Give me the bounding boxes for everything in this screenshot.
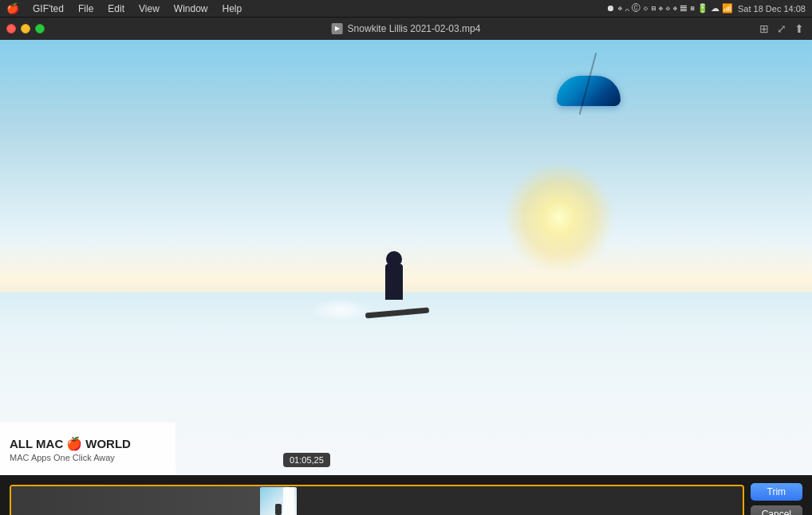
maximize-button[interactable] <box>35 24 45 33</box>
close-button[interactable] <box>6 24 16 33</box>
rider <box>373 248 421 320</box>
timeline-filled <box>11 486 289 515</box>
watermark-tagline: MAC Apps One Click Away <box>10 453 166 462</box>
timeline-track[interactable] <box>10 485 744 515</box>
timestamp-display: 01:05,25 <box>283 453 330 467</box>
thumb-rider-icon <box>275 504 282 515</box>
watermark-all: ALL MAC <box>10 437 63 450</box>
trim-button[interactable]: Trim <box>751 483 802 501</box>
file-icon: ▶ <box>332 23 343 34</box>
menu-gifted[interactable]: GIF'ted <box>27 2 69 16</box>
trim-button-group: Trim Cancel <box>751 483 802 515</box>
video-player[interactable]: ALL MAC 🍎 WORLD MAC Apps One Click Away <box>0 40 812 475</box>
status-icons: ⏺ ⊕ ⌒ Ⓒ ⊙ ⊟ ⊕ ⊗ ⊕ 𝌆 ⊞ 🔋 ☁ 📶 <box>606 3 733 14</box>
title-bar: ▶ Snowkite Lillis 2021-02-03.mp4 ⊞ ⤢ ⬆ <box>0 18 812 40</box>
menu-view[interactable]: View <box>133 2 165 16</box>
rider-body <box>385 264 403 300</box>
traffic-lights <box>6 24 45 33</box>
menu-edit[interactable]: Edit <box>102 2 130 16</box>
watermark-overlay: ALL MAC 🍎 WORLD MAC Apps One Click Away <box>0 423 175 475</box>
timeline-scrubber[interactable] <box>283 487 294 515</box>
minimize-button[interactable] <box>21 24 30 33</box>
status-bar-right: ⏺ ⊕ ⌒ Ⓒ ⊙ ⊟ ⊕ ⊗ ⊕ 𝌆 ⊞ 🔋 ☁ 📶 Sat 18 Dec 1… <box>606 3 806 14</box>
fullscreen-icon[interactable]: ⤢ <box>777 22 786 35</box>
datetime: Sat 18 Dec 14:08 <box>738 4 806 14</box>
share-icon[interactable]: ⬆ <box>794 22 804 35</box>
video-canvas: ALL MAC 🍎 WORLD MAC Apps One Click Away <box>0 40 812 475</box>
window-title: Snowkite Lillis 2021-02-03.mp4 <box>348 23 481 34</box>
apple-menu[interactable]: 🍎 <box>6 2 19 14</box>
menu-window[interactable]: Window <box>168 2 214 16</box>
rider-board <box>365 308 429 319</box>
sidebar-toggle-icon[interactable]: ⊞ <box>759 22 769 35</box>
trim-bar: 01:05,25 Trim Cancel <box>0 475 812 515</box>
window-title-area: ▶ Snowkite Lillis 2021-02-03.mp4 <box>332 23 481 34</box>
menu-bar: 🍎 GIF'ted File Edit View Window Help ⏺ ⊕… <box>0 0 812 18</box>
menu-help[interactable]: Help <box>217 2 248 16</box>
sun-glow <box>503 162 615 273</box>
watermark-world: WORLD <box>85 437 131 450</box>
window-controls-right[interactable]: ⊞ ⤢ ⬆ <box>759 22 804 35</box>
snow-spray <box>309 298 372 322</box>
kite-body <box>557 76 621 106</box>
menu-file[interactable]: File <box>73 2 99 16</box>
kite <box>557 76 621 112</box>
watermark-apple-icon: 🍎 <box>66 436 82 451</box>
cancel-button[interactable]: Cancel <box>751 505 802 515</box>
watermark-brand: ALL MAC 🍎 WORLD <box>10 436 166 451</box>
